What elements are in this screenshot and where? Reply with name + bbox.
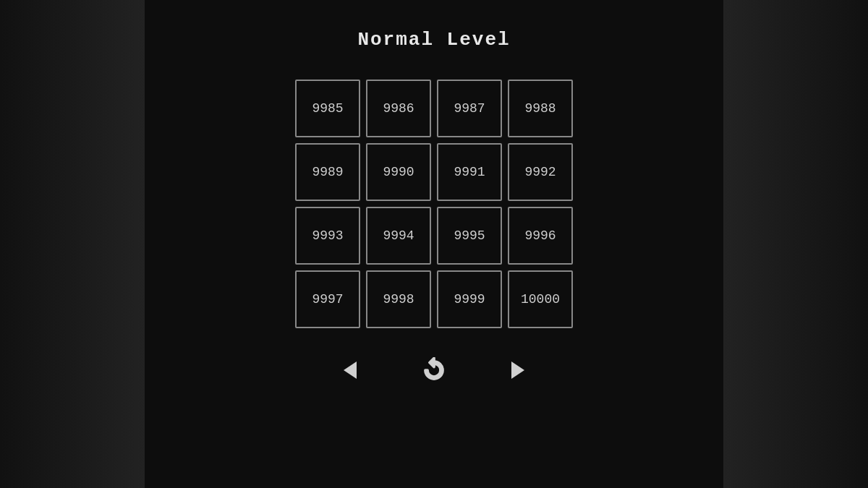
right-panel [723, 0, 868, 488]
level-cell-9990[interactable]: 9990 [366, 143, 431, 201]
nav-bar [337, 357, 531, 383]
level-grid: 9985998699879988998999909991999299939994… [295, 80, 573, 328]
left-panel [0, 0, 145, 488]
level-cell-10000[interactable]: 10000 [508, 270, 573, 328]
svg-marker-0 [344, 361, 357, 379]
reload-button[interactable] [421, 357, 447, 383]
page-title: Normal Level [357, 29, 510, 51]
level-cell-9994[interactable]: 9994 [366, 207, 431, 265]
level-cell-9999[interactable]: 9999 [437, 270, 502, 328]
next-button[interactable] [505, 357, 531, 383]
level-cell-9997[interactable]: 9997 [295, 270, 360, 328]
level-cell-9998[interactable]: 9998 [366, 270, 431, 328]
level-cell-9986[interactable]: 9986 [366, 80, 431, 137]
level-cell-9991[interactable]: 9991 [437, 143, 502, 201]
prev-button[interactable] [337, 357, 363, 383]
level-cell-9995[interactable]: 9995 [437, 207, 502, 265]
level-cell-9989[interactable]: 9989 [295, 143, 360, 201]
level-cell-9992[interactable]: 9992 [508, 143, 573, 201]
level-cell-9987[interactable]: 9987 [437, 80, 502, 137]
level-cell-9988[interactable]: 9988 [508, 80, 573, 137]
main-content: Normal Level 998599869987998899899990999… [145, 0, 723, 488]
level-cell-9985[interactable]: 9985 [295, 80, 360, 137]
svg-marker-1 [511, 361, 524, 379]
level-cell-9993[interactable]: 9993 [295, 207, 360, 265]
level-cell-9996[interactable]: 9996 [508, 207, 573, 265]
